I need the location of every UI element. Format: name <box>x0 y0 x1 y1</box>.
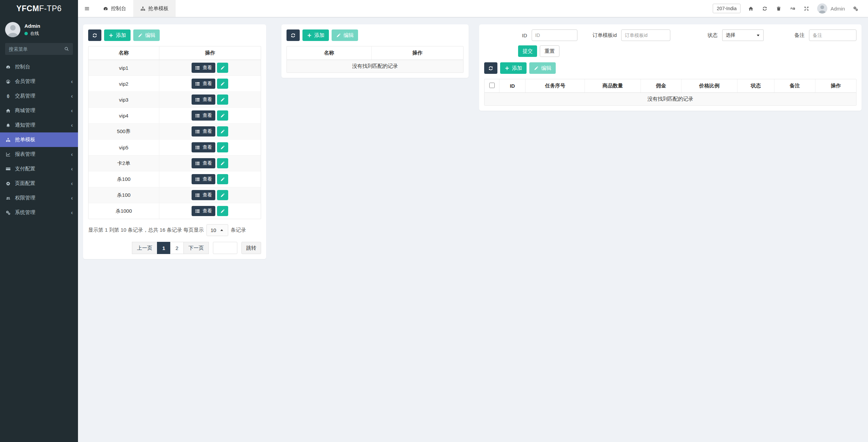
bitcoin-icon: B <box>5 94 11 99</box>
template-name: 500养 <box>88 124 159 140</box>
template-name: vip5 <box>88 140 159 155</box>
sitemap-icon <box>5 138 11 142</box>
sidebar-item-3[interactable]: 商城管理 ‹ <box>0 103 78 118</box>
pencil-icon <box>220 177 225 182</box>
next-page-button[interactable]: 下一页 <box>183 242 209 254</box>
edit-row-button[interactable] <box>217 126 228 136</box>
add-button[interactable]: 添加 <box>500 62 527 74</box>
form-actions: 提交 重置 <box>518 45 856 57</box>
site-select-button[interactable]: 207-India <box>713 4 741 13</box>
prev-page-button[interactable]: 上一页 <box>132 242 157 254</box>
page-size-dropdown[interactable]: 10 <box>206 224 228 236</box>
edit-row-button[interactable] <box>217 206 228 216</box>
trash-icon[interactable] <box>772 0 786 17</box>
logo-text-light: F-TP6 <box>39 4 61 13</box>
view-button[interactable]: 查看 <box>192 142 215 152</box>
edit-row-button[interactable] <box>217 94 228 105</box>
sidebar-item-9[interactable]: 权限管理 ‹ <box>0 191 78 205</box>
task-panel: ID 订单模板id 状态 选择 备注 提交 重置 <box>479 24 862 111</box>
edit-row-button[interactable] <box>217 79 228 89</box>
home-icon <box>5 108 11 113</box>
plus-icon <box>505 66 510 71</box>
add-button[interactable]: 添加 <box>104 29 131 41</box>
tab-0[interactable]: 控制台 <box>96 0 133 17</box>
edit-row-button[interactable] <box>217 142 228 152</box>
id-input[interactable] <box>532 29 577 41</box>
pencil-icon <box>220 193 225 198</box>
template-name: vip3 <box>88 92 159 108</box>
fullscreen-icon[interactable] <box>800 0 813 17</box>
template-name: vip1 <box>88 60 159 76</box>
chevron-left-icon: ‹ <box>71 182 73 185</box>
menu-search-input[interactable] <box>9 46 64 52</box>
chevron-left-icon: ‹ <box>71 94 73 98</box>
navbar-user-menu[interactable]: Admin <box>813 3 849 14</box>
remark-input[interactable] <box>809 29 856 41</box>
filter-form: ID 订单模板id 状态 选择 备注 <box>484 29 856 41</box>
add-button[interactable]: 添加 <box>302 29 329 41</box>
list-icon <box>195 65 200 70</box>
task-table: ID 任务序号 商品数量 佣金 价格比例 状态 备注 操作 没有找到匹配的记录 <box>485 79 856 105</box>
view-button[interactable]: 查看 <box>192 79 215 89</box>
edit-button[interactable]: 编辑 <box>332 29 358 41</box>
edit-row-button[interactable] <box>217 110 228 121</box>
view-button[interactable]: 查看 <box>192 158 215 168</box>
edit-button[interactable]: 编辑 <box>133 29 160 41</box>
refresh-icon[interactable] <box>758 0 772 17</box>
home-icon[interactable] <box>744 0 758 17</box>
view-button[interactable]: 查看 <box>192 190 215 200</box>
view-button[interactable]: 查看 <box>192 110 215 121</box>
sitemap-icon <box>140 6 145 11</box>
tab-1[interactable]: 抢单模板 <box>133 0 176 17</box>
view-button[interactable]: 查看 <box>192 63 215 73</box>
page-1-button[interactable]: 1 <box>157 242 171 254</box>
column-header: 任务序号 <box>526 79 585 93</box>
users-icon <box>5 196 11 201</box>
sub-template-panel: 添加 编辑 名称 操作 没有找到匹配的记录 <box>281 24 469 78</box>
jump-page-input[interactable] <box>213 242 237 254</box>
submit-button[interactable]: 提交 <box>518 45 537 57</box>
app-logo[interactable]: YFCMF-TP6 <box>0 0 78 17</box>
edit-row-button[interactable] <box>217 63 228 73</box>
refresh-button[interactable] <box>484 62 497 74</box>
page-2-button[interactable]: 2 <box>170 242 184 254</box>
sidebar-item-4[interactable]: 通知管理 ‹ <box>0 118 78 132</box>
view-button[interactable]: 查看 <box>192 174 215 184</box>
select-all-checkbox[interactable] <box>489 83 495 88</box>
order-template-id-input[interactable] <box>621 29 670 41</box>
sidebar-item-10[interactable]: 系统管理 ‹ <box>0 205 78 220</box>
view-button[interactable]: 查看 <box>192 94 215 105</box>
table-row: 杀100 查看 <box>88 187 261 203</box>
top-navbar: 控制台 抢单模板 207-India Admin <box>78 0 868 17</box>
status-select[interactable]: 选择 <box>722 29 764 41</box>
caret-up-icon <box>219 228 224 233</box>
hamburger-menu-button[interactable] <box>78 0 96 17</box>
sidebar-item-8[interactable]: 页面配置 ‹ <box>0 176 78 191</box>
sub-template-table: 名称 操作 没有找到匹配的记录 <box>287 46 463 72</box>
sidebar-item-2[interactable]: B 交易管理 ‹ <box>0 89 78 103</box>
empty-state: 没有找到匹配的记录 <box>485 93 856 105</box>
settings-icon[interactable] <box>849 0 863 17</box>
search-icon[interactable] <box>64 46 69 51</box>
sidebar-item-1[interactable]: 会员管理 ‹ <box>0 74 78 89</box>
view-button[interactable]: 查看 <box>192 206 215 216</box>
view-button[interactable]: 查看 <box>192 126 215 136</box>
sidebar-search <box>5 43 73 55</box>
jump-button[interactable]: 跳转 <box>241 242 261 254</box>
refresh-button[interactable] <box>88 29 101 41</box>
edit-row-button[interactable] <box>217 158 228 168</box>
reset-button[interactable]: 重置 <box>540 45 559 57</box>
sidebar-item-6[interactable]: 报表管理 ‹ <box>0 147 78 162</box>
column-header-actions: 操作 <box>159 46 261 60</box>
edit-row-button[interactable] <box>217 174 228 184</box>
sidebar-item-0[interactable]: 控制台 ‹ <box>0 60 78 74</box>
sidebar-item-7[interactable]: 支付配置 ‹ <box>0 162 78 176</box>
navbar-username: Admin <box>830 6 845 12</box>
edit-button[interactable]: 编辑 <box>529 62 556 74</box>
column-header: 备注 <box>774 79 815 93</box>
sidebar-item-5[interactable]: 抢单模板 ‹ <box>0 132 78 147</box>
chevron-left-icon: ‹ <box>71 124 73 127</box>
language-icon[interactable] <box>786 0 800 17</box>
refresh-button[interactable] <box>287 29 300 41</box>
edit-row-button[interactable] <box>217 190 228 200</box>
